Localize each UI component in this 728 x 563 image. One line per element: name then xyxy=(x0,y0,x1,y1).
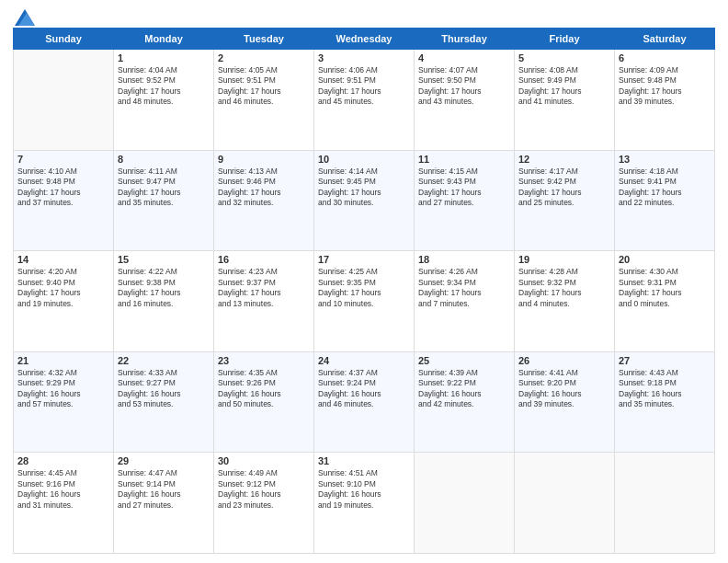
day-info: Sunrise: 4:09 AM Sunset: 9:48 PM Dayligh… xyxy=(619,65,711,108)
day-info: Sunrise: 4:43 AM Sunset: 9:18 PM Dayligh… xyxy=(619,368,711,410)
day-number: 8 xyxy=(118,154,210,165)
table-row: 13Sunrise: 4:18 AM Sunset: 9:41 PM Dayli… xyxy=(615,150,715,251)
day-number: 23 xyxy=(218,355,310,366)
day-number: 18 xyxy=(418,254,510,265)
table-row xyxy=(415,453,515,554)
table-row: 7Sunrise: 4:10 AM Sunset: 9:48 PM Daylig… xyxy=(14,150,114,251)
day-info: Sunrise: 4:30 AM Sunset: 9:31 PM Dayligh… xyxy=(619,267,711,309)
day-info: Sunrise: 4:05 AM Sunset: 9:51 PM Dayligh… xyxy=(218,65,310,108)
calendar-header-row: Sunday Monday Tuesday Wednesday Thursday… xyxy=(14,29,715,50)
day-info: Sunrise: 4:18 AM Sunset: 9:41 PM Dayligh… xyxy=(619,167,711,209)
table-row: 1Sunrise: 4:04 AM Sunset: 9:52 PM Daylig… xyxy=(114,50,214,151)
table-row: 22Sunrise: 4:33 AM Sunset: 9:27 PM Dayli… xyxy=(114,351,214,453)
day-info: Sunrise: 4:17 AM Sunset: 9:42 PM Dayligh… xyxy=(518,167,610,209)
day-number: 10 xyxy=(318,154,410,165)
day-info: Sunrise: 4:13 AM Sunset: 9:46 PM Dayligh… xyxy=(218,167,310,209)
day-number: 13 xyxy=(619,154,711,165)
day-info: Sunrise: 4:41 AM Sunset: 9:20 PM Dayligh… xyxy=(518,368,610,410)
table-row: 11Sunrise: 4:15 AM Sunset: 9:43 PM Dayli… xyxy=(415,150,515,251)
day-info: Sunrise: 4:37 AM Sunset: 9:24 PM Dayligh… xyxy=(318,368,410,410)
day-number: 26 xyxy=(518,355,610,366)
day-info: Sunrise: 4:14 AM Sunset: 9:45 PM Dayligh… xyxy=(318,167,410,209)
col-tuesday: Tuesday xyxy=(214,29,314,50)
col-sunday: Sunday xyxy=(14,29,114,50)
day-number: 5 xyxy=(518,52,610,63)
day-number: 14 xyxy=(17,254,109,265)
calendar-week-row: 14Sunrise: 4:20 AM Sunset: 9:40 PM Dayli… xyxy=(14,251,715,352)
day-number: 1 xyxy=(118,52,210,63)
day-info: Sunrise: 4:25 AM Sunset: 9:35 PM Dayligh… xyxy=(318,267,410,309)
table-row: 25Sunrise: 4:39 AM Sunset: 9:22 PM Dayli… xyxy=(415,351,515,453)
table-row: 27Sunrise: 4:43 AM Sunset: 9:18 PM Dayli… xyxy=(615,351,715,453)
day-number: 22 xyxy=(118,355,210,366)
day-number: 11 xyxy=(418,154,510,165)
day-info: Sunrise: 4:51 AM Sunset: 9:10 PM Dayligh… xyxy=(318,468,410,511)
day-info: Sunrise: 4:08 AM Sunset: 9:49 PM Dayligh… xyxy=(518,65,610,108)
table-row: 20Sunrise: 4:30 AM Sunset: 9:31 PM Dayli… xyxy=(615,251,715,352)
table-row: 9Sunrise: 4:13 AM Sunset: 9:46 PM Daylig… xyxy=(214,150,314,251)
day-number: 3 xyxy=(318,52,410,63)
table-row xyxy=(14,50,114,151)
day-info: Sunrise: 4:33 AM Sunset: 9:27 PM Dayligh… xyxy=(118,368,210,410)
day-number: 9 xyxy=(218,154,310,165)
day-info: Sunrise: 4:23 AM Sunset: 9:37 PM Dayligh… xyxy=(218,267,310,309)
table-row xyxy=(615,453,715,554)
table-row: 6Sunrise: 4:09 AM Sunset: 9:48 PM Daylig… xyxy=(615,50,715,151)
day-number: 31 xyxy=(318,455,410,466)
page: Sunday Monday Tuesday Wednesday Thursday… xyxy=(0,0,728,563)
table-row: 3Sunrise: 4:06 AM Sunset: 9:51 PM Daylig… xyxy=(314,50,415,151)
calendar-week-row: 7Sunrise: 4:10 AM Sunset: 9:48 PM Daylig… xyxy=(14,150,715,251)
table-row: 24Sunrise: 4:37 AM Sunset: 9:24 PM Dayli… xyxy=(314,351,415,453)
day-number: 16 xyxy=(218,254,310,265)
table-row: 14Sunrise: 4:20 AM Sunset: 9:40 PM Dayli… xyxy=(14,251,114,352)
day-info: Sunrise: 4:06 AM Sunset: 9:51 PM Dayligh… xyxy=(318,65,410,108)
day-number: 19 xyxy=(518,254,610,265)
table-row: 10Sunrise: 4:14 AM Sunset: 9:45 PM Dayli… xyxy=(314,150,415,251)
day-info: Sunrise: 4:39 AM Sunset: 9:22 PM Dayligh… xyxy=(418,368,510,410)
day-number: 6 xyxy=(619,52,711,63)
table-row xyxy=(515,453,615,554)
col-thursday: Thursday xyxy=(415,29,515,50)
col-saturday: Saturday xyxy=(615,29,715,50)
logo-icon xyxy=(15,9,35,26)
calendar-table: Sunday Monday Tuesday Wednesday Thursday… xyxy=(13,28,715,554)
table-row: 8Sunrise: 4:11 AM Sunset: 9:47 PM Daylig… xyxy=(114,150,214,251)
day-number: 12 xyxy=(518,154,610,165)
day-info: Sunrise: 4:26 AM Sunset: 9:34 PM Dayligh… xyxy=(418,267,510,309)
table-row: 15Sunrise: 4:22 AM Sunset: 9:38 PM Dayli… xyxy=(114,251,214,352)
day-number: 25 xyxy=(418,355,510,366)
table-row: 26Sunrise: 4:41 AM Sunset: 9:20 PM Dayli… xyxy=(515,351,615,453)
day-info: Sunrise: 4:10 AM Sunset: 9:48 PM Dayligh… xyxy=(17,167,109,209)
col-wednesday: Wednesday xyxy=(314,29,415,50)
table-row: 12Sunrise: 4:17 AM Sunset: 9:42 PM Dayli… xyxy=(515,150,615,251)
day-number: 20 xyxy=(619,254,711,265)
day-info: Sunrise: 4:11 AM Sunset: 9:47 PM Dayligh… xyxy=(118,167,210,209)
day-info: Sunrise: 4:32 AM Sunset: 9:29 PM Dayligh… xyxy=(17,368,109,410)
day-info: Sunrise: 4:04 AM Sunset: 9:52 PM Dayligh… xyxy=(118,65,210,108)
day-info: Sunrise: 4:45 AM Sunset: 9:16 PM Dayligh… xyxy=(17,468,109,511)
logo xyxy=(13,9,35,22)
day-number: 2 xyxy=(218,52,310,63)
day-number: 15 xyxy=(118,254,210,265)
day-info: Sunrise: 4:15 AM Sunset: 9:43 PM Dayligh… xyxy=(418,167,510,209)
day-number: 17 xyxy=(318,254,410,265)
day-number: 30 xyxy=(218,455,310,466)
calendar-week-row: 28Sunrise: 4:45 AM Sunset: 9:16 PM Dayli… xyxy=(14,453,715,554)
calendar-week-row: 1Sunrise: 4:04 AM Sunset: 9:52 PM Daylig… xyxy=(14,50,715,151)
table-row: 29Sunrise: 4:47 AM Sunset: 9:14 PM Dayli… xyxy=(114,453,214,554)
table-row: 18Sunrise: 4:26 AM Sunset: 9:34 PM Dayli… xyxy=(415,251,515,352)
day-info: Sunrise: 4:47 AM Sunset: 9:14 PM Dayligh… xyxy=(118,468,210,511)
day-info: Sunrise: 4:28 AM Sunset: 9:32 PM Dayligh… xyxy=(518,267,610,309)
day-info: Sunrise: 4:49 AM Sunset: 9:12 PM Dayligh… xyxy=(218,468,310,511)
day-info: Sunrise: 4:35 AM Sunset: 9:26 PM Dayligh… xyxy=(218,368,310,410)
table-row: 30Sunrise: 4:49 AM Sunset: 9:12 PM Dayli… xyxy=(214,453,314,554)
day-number: 4 xyxy=(418,52,510,63)
day-number: 7 xyxy=(17,154,109,165)
calendar-week-row: 21Sunrise: 4:32 AM Sunset: 9:29 PM Dayli… xyxy=(14,351,715,453)
day-number: 29 xyxy=(118,455,210,466)
table-row: 17Sunrise: 4:25 AM Sunset: 9:35 PM Dayli… xyxy=(314,251,415,352)
table-row: 28Sunrise: 4:45 AM Sunset: 9:16 PM Dayli… xyxy=(14,453,114,554)
day-info: Sunrise: 4:20 AM Sunset: 9:40 PM Dayligh… xyxy=(17,267,109,309)
table-row: 21Sunrise: 4:32 AM Sunset: 9:29 PM Dayli… xyxy=(14,351,114,453)
day-number: 27 xyxy=(619,355,711,366)
